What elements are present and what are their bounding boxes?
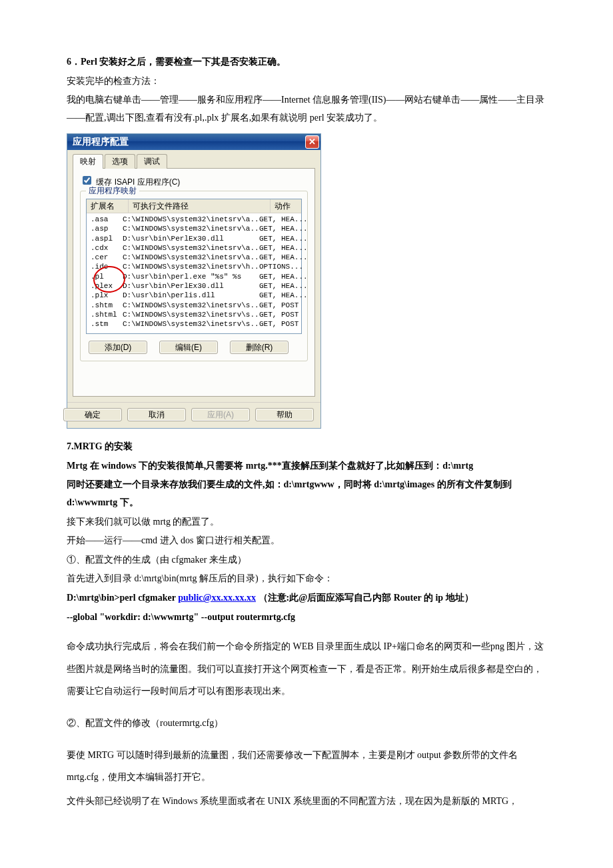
cell-ext: .cer — [91, 253, 123, 262]
ok-button[interactable]: 确定 — [63, 408, 122, 421]
cell-ext: .cdx — [91, 243, 123, 253]
mrtg-line5: ①、配置文件的生成（由 cfgmaker 来生成） — [67, 551, 546, 569]
mrtg-line2-text: 同时还要建立一个目录来存放我们要生成的文件,如：d:\mrtgwww，同时将 d… — [67, 479, 512, 507]
cell-ext: .plex — [91, 281, 123, 291]
cell-ext: .pl — [91, 272, 123, 281]
cell-path: C:\WINDOWS\system32\inetsrv\s... — [123, 310, 259, 319]
cell-ext: .asp — [91, 224, 123, 233]
cell-ext: .plx — [91, 291, 123, 300]
cell-action: GET, POST — [259, 319, 299, 329]
cell-action: GET, HEA... — [259, 291, 308, 300]
tab-panel: 缓存 ISAPI 应用程序(C) 应用程序映射 扩展名 可执行文件路径 动作 .… — [73, 168, 315, 397]
cell-path: C:\WINDOWS\system32\inetsrv\a... — [123, 215, 259, 224]
step6-title: 6．Perl 安装好之后，需要检查一下其是否安装正确。 — [67, 53, 546, 71]
mrtg-line3: 接下来我们就可以做 mrtg 的配置了。 — [67, 513, 546, 531]
mrtg-line4: 开始——运行——cmd 进入 dos 窗口进行相关配置。 — [67, 532, 546, 550]
cell-path: C:\WINDOWS\system32\inetsrv\a... — [123, 224, 259, 233]
cell-path: C:\WINDOWS\system32\inetsrv\s... — [123, 319, 259, 329]
apply-button[interactable]: 应用(A) — [191, 408, 250, 421]
cmd-note: （注意:此@后面应添写自己内部 Router 的 ip 地址） — [259, 593, 474, 603]
dialog-titlebar: 应用程序配置 ✕ — [67, 134, 320, 150]
check-method-label: 安装完毕的检查方法： — [67, 73, 546, 91]
cancel-button[interactable]: 取消 — [127, 408, 186, 421]
cell-path: D:\usr\bin\perlis.dll — [123, 291, 259, 300]
cell-path: D:\usr\bin\perl.exe "%s" %s — [123, 272, 259, 281]
extension-listview[interactable]: 扩展名 可执行文件路径 动作 .asaC:\WINDOWS\system32\i… — [86, 199, 302, 334]
fieldset-legend: 应用程序映射 — [86, 186, 139, 195]
cell-action: GET, HEA... — [259, 272, 308, 281]
cell-action: GET, HEA... — [259, 215, 308, 224]
cell-action: GET, HEA... — [259, 253, 308, 262]
cell-ext: .asa — [91, 215, 123, 224]
help-button[interactable]: 帮助 — [255, 408, 314, 421]
mrtg-line1-text: Mrtg 在 windows 下的安装很简单,只需要将 mrtg.***直接解压… — [67, 461, 473, 471]
cell-ext: .idc — [91, 262, 123, 271]
mrtg-cmd-line: D:\mrtg\bin>perl cfgmaker public@xx.xx.x… — [67, 589, 546, 607]
cell-ext: .shtm — [91, 301, 123, 310]
table-row[interactable]: .cerC:\WINDOWS\system32\inetsrv\a...GET,… — [87, 253, 301, 262]
check-path-text: 我的电脑右键单击——管理——服务和应用程序——Internet 信息服务管理(I… — [67, 91, 546, 127]
add-button[interactable]: 添加(D) — [89, 341, 147, 354]
table-row[interactable]: .plD:\usr\bin\perl.exe "%s" %sGET, HEA..… — [87, 272, 301, 281]
mrtg-step2-title: ②、配置文件的修改（routermrtg.cfg） — [67, 712, 546, 735]
mapping-fieldset: 应用程序映射 扩展名 可执行文件路径 动作 .asaC:\WINDOWS\sys… — [80, 191, 308, 361]
table-row[interactable]: .shtmlC:\WINDOWS\system32\inetsrv\s...GE… — [87, 310, 301, 319]
list-rows: .asaC:\WINDOWS\system32\inetsrv\a...GET,… — [87, 213, 301, 333]
cell-path: C:\WINDOWS\system32\inetsrv\s... — [123, 301, 259, 310]
table-row[interactable]: .asplD:\usr\bin\PerlEx30.dllGET, HEA... — [87, 234, 301, 243]
cell-ext: .aspl — [91, 234, 123, 243]
tab-strip: 映射 选项 调试 — [67, 150, 320, 168]
col-ext[interactable]: 扩展名 — [87, 199, 129, 213]
email-link[interactable]: public@xx.xx.xx.xx — [178, 593, 256, 603]
cmd-prefix: D:\mrtg\bin>perl cfgmaker — [67, 593, 178, 603]
table-row[interactable]: .idcC:\WINDOWS\system32\inetsrv\h...OPTI… — [87, 262, 301, 271]
cell-action: GET, HEA... — [259, 243, 308, 253]
col-path[interactable]: 可执行文件路径 — [129, 199, 271, 213]
dialog-title: 应用程序配置 — [67, 134, 134, 150]
mrtg-result-text: 命令成功执行完成后，将会在我们前一个命令所指定的 WEB 目录里面生成以 IP+… — [67, 635, 546, 703]
tab-options[interactable]: 选项 — [105, 154, 135, 168]
tab-debug[interactable]: 调试 — [137, 154, 167, 168]
cell-path: D:\usr\bin\PerlEx30.dll — [123, 234, 259, 243]
mrtg-line2: 同时还要建立一个目录来存放我们要生成的文件,如：d:\mrtgwww，同时将 d… — [67, 476, 546, 511]
cell-path: C:\WINDOWS\system32\inetsrv\a... — [123, 253, 259, 262]
mrtg-header-note: 文件头部已经说明了在 Windows 系统里面或者在 UNIX 系统里面的不同配… — [67, 790, 546, 813]
table-row[interactable]: .stmC:\WINDOWS\system32\inetsrv\s...GET,… — [87, 319, 301, 329]
cache-isapi-input[interactable] — [83, 176, 91, 185]
col-action[interactable]: 动作 — [271, 199, 301, 213]
cell-ext: .stm — [91, 319, 123, 329]
cache-isapi-label: 缓存 ISAPI 应用程序(C) — [96, 177, 180, 187]
cell-action: GET, HEA... — [259, 224, 308, 233]
mrtg-line6: 首先进入到目录 d:\mrtg\bin(mrtg 解压后的目录)，执行如下命令： — [67, 570, 546, 588]
table-row[interactable]: .plexD:\usr\bin\PerlEx30.dllGET, HEA... — [87, 281, 301, 291]
edit-button[interactable]: 编辑(E) — [159, 341, 218, 354]
fieldset-buttons: 添加(D) 编辑(E) 删除(R) — [86, 341, 302, 354]
dialog-bottom-bar: 确定 取消 应用(A) 帮助 — [67, 402, 320, 428]
cell-ext: .shtml — [91, 310, 123, 319]
cache-isapi-checkbox[interactable]: 缓存 ISAPI 应用程序(C) — [80, 177, 180, 187]
table-row[interactable]: .plxD:\usr\bin\perlis.dllGET, HEA... — [87, 291, 301, 300]
cell-action: OPTIONS... — [259, 262, 303, 271]
cell-action: GET, HEA... — [259, 281, 308, 291]
step7-title: 7.MRTG 的安装 — [67, 438, 546, 456]
cell-action: GET, POST — [259, 310, 299, 319]
mrtg-cmd-args: --global "workdir: d:\wwwmrtg" --output … — [67, 609, 546, 627]
mrtg-edit-script: 要使 MRTG 可以随时得到最新的流量图，我们还需要修改一下配置脚本，主要是刚才… — [67, 744, 546, 789]
cell-path: D:\usr\bin\PerlEx30.dll — [123, 281, 259, 291]
cell-path: C:\WINDOWS\system32\inetsrv\h... — [123, 262, 259, 271]
table-row[interactable]: .shtmC:\WINDOWS\system32\inetsrv\s...GET… — [87, 301, 301, 310]
mrtg-line1: Mrtg 在 windows 下的安装很简单,只需要将 mrtg.***直接解压… — [67, 457, 546, 475]
cell-path: C:\WINDOWS\system32\inetsrv\a... — [123, 243, 259, 253]
tab-mapping[interactable]: 映射 — [73, 154, 103, 168]
table-row[interactable]: .cdxC:\WINDOWS\system32\inetsrv\a...GET,… — [87, 243, 301, 253]
delete-button[interactable]: 删除(R) — [230, 341, 289, 354]
close-icon[interactable]: ✕ — [305, 135, 319, 149]
cell-action: GET, POST — [259, 301, 299, 310]
cell-action: GET, HEA... — [259, 234, 308, 243]
list-header: 扩展名 可执行文件路径 动作 — [87, 199, 301, 213]
table-row[interactable]: .aspC:\WINDOWS\system32\inetsrv\a...GET,… — [87, 224, 301, 233]
table-row[interactable]: .asaC:\WINDOWS\system32\inetsrv\a...GET,… — [87, 215, 301, 224]
app-config-dialog: 应用程序配置 ✕ 映射 选项 调试 缓存 ISAPI 应用程序(C) 应用程序映… — [67, 133, 321, 429]
